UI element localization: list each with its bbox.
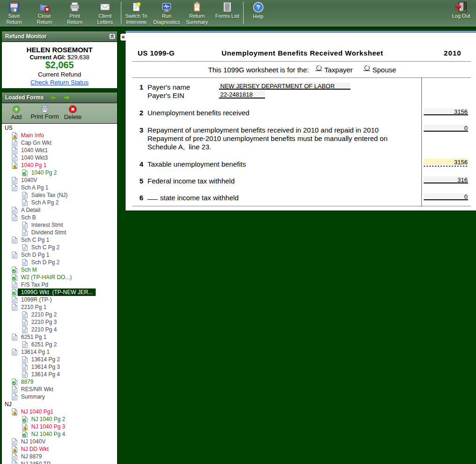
svg-text:?: ? bbox=[256, 4, 260, 11]
